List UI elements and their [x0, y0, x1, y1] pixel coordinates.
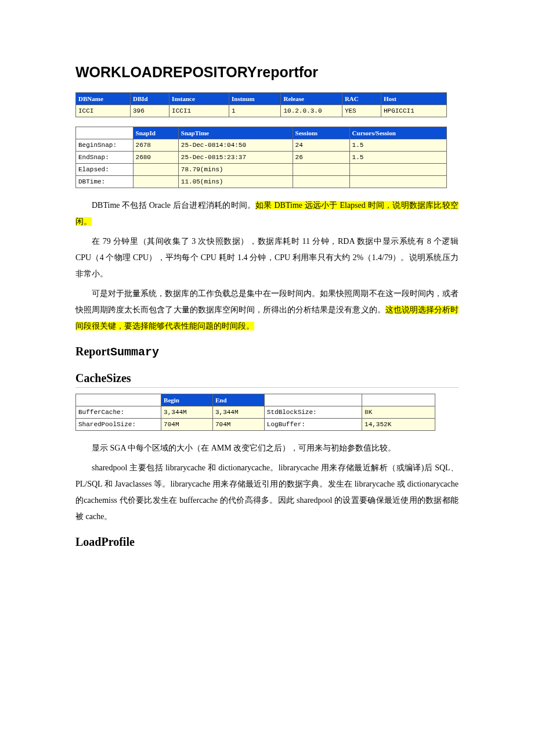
col-end: End — [212, 394, 264, 406]
row-label: SharedPoolSize: — [76, 419, 161, 431]
cell: ICCI1 — [169, 105, 229, 117]
blank-header — [76, 394, 161, 406]
cell: LogBuffer: — [264, 419, 362, 431]
text: Report — [75, 345, 110, 358]
cell: 2680 — [133, 152, 178, 164]
table-row: BeginSnap: 2678 25-Dec-0814:04:50 24 1.5 — [76, 139, 447, 152]
table-row: Elapsed: 78.79(mins) — [76, 164, 447, 176]
blank-header — [362, 394, 435, 406]
cell: 396 — [131, 105, 169, 117]
blank-header — [264, 394, 362, 406]
col-rac: RAC — [342, 93, 381, 105]
cell: 3,344M — [212, 406, 264, 419]
col-begin: Begin — [161, 394, 213, 406]
cell — [133, 176, 178, 188]
col-instnum: Instnum — [229, 93, 281, 105]
page-title: WORKLOADREPOSITORYreportfor — [75, 64, 459, 81]
cell: 704M — [212, 419, 264, 431]
load-profile-heading: LoadProfile — [75, 535, 459, 551]
cache-sizes-heading: CacheSizes — [75, 372, 459, 388]
table-row: ICCI 396 ICCI1 1 10.2.0.3.0 YES HPGICCI1 — [76, 105, 447, 117]
table-header-row: DBName DBId Instance Instnum Release RAC… — [76, 93, 447, 105]
table-header-row: SnapId SnapTime Sessions Cursors/Session — [76, 127, 447, 139]
cell: ICCI — [76, 105, 131, 117]
col-dbname: DBName — [76, 93, 131, 105]
table-row: DBTime: 11.05(mins) — [76, 176, 447, 188]
paragraph-cpu: 在 79 分钟里（其间收集了 3 次快照数据），数据库耗时 11 分钟，RDA … — [75, 233, 459, 282]
cell: 704M — [161, 419, 213, 431]
cell: 25-Dec-0815:23:37 — [178, 152, 293, 164]
col-sessions: Sessions — [293, 127, 349, 139]
col-host: Host — [381, 93, 446, 105]
paragraph-batch: 可是对于批量系统，数据库的工作负载总是集中在一段时间内。如果快照周期不在这一段时… — [75, 286, 459, 334]
col-dbid: DBId — [131, 93, 169, 105]
cell: 2678 — [133, 139, 178, 152]
cell: 1.5 — [349, 139, 446, 152]
cell: 1 — [229, 105, 281, 117]
cell — [349, 176, 446, 188]
row-label: BeginSnap: — [76, 139, 134, 152]
cell — [133, 164, 178, 176]
cell: 25-Dec-0814:04:50 — [178, 139, 293, 152]
col-cursors: Cursors/Session — [349, 127, 446, 139]
table-row: EndSnap: 2680 25-Dec-0815:23:37 26 1.5 — [76, 152, 447, 164]
cell: YES — [342, 105, 381, 117]
table-header-row: Begin End — [76, 394, 435, 406]
blank-header — [76, 127, 134, 139]
cell: 1.5 — [349, 152, 446, 164]
cell — [293, 164, 349, 176]
cell: 10.2.0.3.0 — [281, 105, 342, 117]
row-label: Elapsed: — [76, 164, 134, 176]
col-instance: Instance — [169, 93, 229, 105]
cell: 78.79(mins) — [178, 164, 293, 176]
cell: 14,352K — [362, 419, 435, 431]
cell: 11.05(mins) — [178, 176, 293, 188]
col-snaptime: SnapTime — [178, 127, 293, 139]
table-row: SharedPoolSize: 704M 704M LogBuffer: 14,… — [76, 419, 435, 431]
cell: HPGICCI1 — [381, 105, 446, 117]
cell: StdBlockSize: — [264, 406, 362, 419]
cell: 24 — [293, 139, 349, 152]
snapshot-table: SnapId SnapTime Sessions Cursors/Session… — [75, 127, 447, 188]
report-summary-heading: ReportSummary — [75, 345, 459, 361]
paragraph-dbtime: DBTime 不包括 Oracle 后台进程消耗的时间。如果 DBTime 远远… — [75, 197, 459, 230]
col-release: Release — [281, 93, 342, 105]
cell — [293, 176, 349, 188]
cell: 8K — [362, 406, 435, 419]
paragraph-sga: 显示 SGA 中每个区域的大小（在 AMM 改变它们之后），可用来与初始参数值比… — [75, 440, 459, 456]
row-label: DBTime: — [76, 176, 134, 188]
col-snapid: SnapId — [133, 127, 178, 139]
row-label: BufferCache: — [76, 406, 161, 419]
cell: 3,344M — [161, 406, 213, 419]
db-info-table: DBName DBId Instance Instnum Release RAC… — [75, 92, 447, 117]
table-row: BufferCache: 3,344M 3,344M StdBlockSize:… — [76, 406, 435, 419]
cell: 26 — [293, 152, 349, 164]
text: Summary — [110, 345, 159, 359]
cache-sizes-table: Begin End BufferCache: 3,344M 3,344M Std… — [75, 394, 435, 431]
row-label: EndSnap: — [76, 152, 134, 164]
paragraph-sharedpool: sharedpool 主要包括 librarycache 和 dictionar… — [75, 460, 459, 525]
cell — [349, 164, 446, 176]
text: DBTime 不包括 Oracle 后台进程消耗的时间。 — [92, 201, 255, 210]
